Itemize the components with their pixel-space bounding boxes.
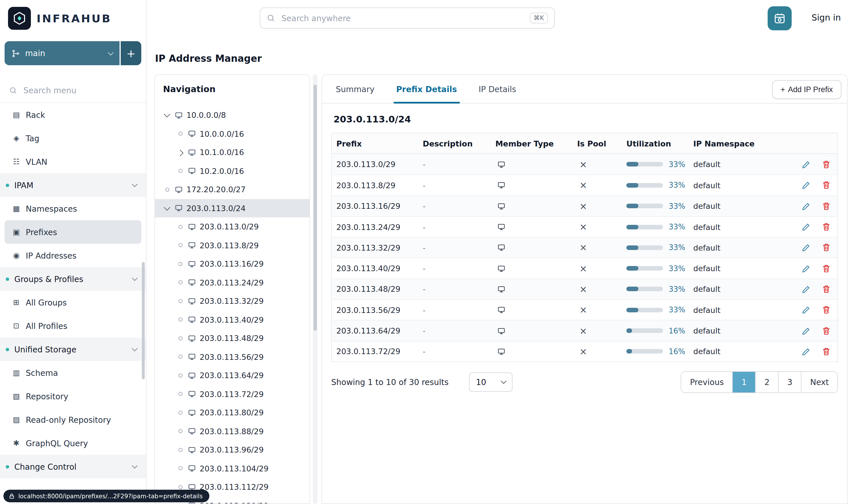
edit-icon[interactable] — [802, 326, 811, 335]
sidebar-item-graphql-query[interactable]: ✱ GraphQL Query — [4, 431, 141, 455]
tree-item-10-2-0-0-16[interactable]: 10.2.0.0/16 — [155, 162, 309, 180]
global-search-input[interactable] — [280, 13, 525, 23]
sidebar-section-ipam[interactable]: IPAM — [0, 173, 146, 197]
tree-item-203-0-113-24-29[interactable]: 203.0.113.24/29 — [155, 273, 309, 292]
delete-icon[interactable] — [822, 202, 831, 210]
add-ip-prefix-button[interactable]: + Add IP Prefix — [772, 80, 842, 99]
sidebar-item-schema[interactable]: ▥ Schema — [4, 361, 141, 384]
sidebar-item-repository[interactable]: ▧ Repository — [4, 384, 141, 408]
tree-item-203-0-113-8-29[interactable]: 203.0.113.8/29 — [155, 236, 309, 255]
sidebar-item-rack[interactable]: ▤ Rack — [4, 103, 141, 126]
sign-in-link[interactable]: Sign in — [812, 13, 841, 23]
edit-icon[interactable] — [802, 305, 811, 314]
leaf-bullet[interactable] — [176, 167, 184, 175]
tree-item-203-0-113-72-29[interactable]: 203.0.113.72/29 — [155, 385, 309, 403]
logo[interactable]: INFRAHUB — [0, 0, 146, 37]
schedule-button[interactable] — [767, 6, 792, 30]
tree-item-203-0-113-0-24[interactable]: 203.0.113.0/24 — [155, 199, 309, 217]
leaf-bullet[interactable] — [176, 372, 184, 380]
cell-prefix[interactable]: 203.0.113.32/29 — [336, 243, 423, 252]
delete-icon[interactable] — [822, 222, 831, 231]
cell-prefix[interactable]: 203.0.113.40/29 — [336, 264, 423, 273]
sidebar-scrollbar[interactable] — [142, 262, 145, 379]
tree-item-203-0-113-56-29[interactable]: 203.0.113.56/29 — [155, 347, 309, 366]
global-search[interactable]: ⌘K — [260, 7, 555, 29]
tree-item-203-0-113-96-29[interactable]: 203.0.113.96/29 — [155, 440, 309, 459]
leaf-bullet[interactable] — [176, 130, 184, 138]
tree-item-203-0-113-80-29[interactable]: 203.0.113.80/29 — [155, 403, 309, 422]
cell-prefix[interactable]: 203.0.113.8/29 — [336, 181, 423, 190]
delete-icon[interactable] — [822, 326, 831, 335]
edit-icon[interactable] — [802, 181, 811, 190]
next-button[interactable]: Next — [801, 372, 837, 393]
delete-icon[interactable] — [822, 181, 831, 190]
leaf-bullet[interactable] — [176, 297, 184, 305]
delete-icon[interactable] — [822, 347, 831, 356]
sidebar-section-change-control[interactable]: Change Control — [0, 455, 146, 478]
leaf-bullet[interactable] — [176, 223, 184, 231]
sidebar-item-vlan[interactable]: ☷ VLAN — [4, 150, 141, 173]
delete-icon[interactable] — [822, 305, 831, 314]
leaf-bullet[interactable] — [176, 427, 184, 435]
edit-icon[interactable] — [802, 160, 811, 168]
tree-item-10-0-0-0-16[interactable]: 10.0.0.0/16 — [155, 124, 309, 143]
sidebar-search[interactable] — [0, 78, 146, 103]
page-size-select[interactable]: 10 — [469, 373, 512, 392]
tab-ip-details[interactable]: IP Details — [479, 75, 516, 103]
tree-item-10-1-0-0-16[interactable]: 10.1.0.0/16 — [155, 143, 309, 162]
sidebar-item-namespaces[interactable]: ▦ Namespaces — [4, 197, 141, 220]
leaf-bullet[interactable] — [176, 241, 184, 249]
leaf-bullet[interactable] — [176, 446, 184, 454]
sidebar-item-prefixes[interactable]: ▣ Prefixes — [4, 220, 141, 244]
tree-item-203-0-113-40-29[interactable]: 203.0.113.40/29 — [155, 310, 309, 329]
tree-item-10-0-0-0-8[interactable]: 10.0.0.0/8 — [155, 106, 309, 124]
delete-icon[interactable] — [822, 160, 831, 168]
tree-item-203-0-113-64-29[interactable]: 203.0.113.64/29 — [155, 366, 309, 385]
cell-prefix[interactable]: 203.0.113.16/29 — [336, 201, 423, 211]
previous-button[interactable]: Previous — [681, 372, 732, 393]
delete-icon[interactable] — [822, 244, 831, 252]
page-button-3[interactable]: 3 — [778, 372, 801, 393]
tree-item-172-20-20-0-27[interactable]: 172.20.20.0/27 — [155, 180, 309, 199]
sidebar-item-read-only-repository[interactable]: ▨ Read-only Repository — [4, 408, 141, 431]
chevron-right-icon[interactable] — [176, 148, 184, 157]
navigation-scrollbar[interactable] — [313, 74, 318, 504]
tree-item-203-0-113-48-29[interactable]: 203.0.113.48/29 — [155, 329, 309, 347]
leaf-bullet[interactable] — [176, 278, 184, 287]
tree-item-203-0-113-88-29[interactable]: 203.0.113.88/29 — [155, 422, 309, 440]
chevron-down-icon[interactable] — [163, 204, 171, 212]
tab-prefix-details[interactable]: Prefix Details — [396, 75, 457, 103]
sidebar-search-input[interactable] — [22, 85, 120, 95]
sidebar-item-tag[interactable]: ◈ Tag — [4, 126, 141, 150]
branch-selector[interactable]: main — [4, 41, 120, 65]
tree-item-203-0-113-16-29[interactable]: 203.0.113.16/29 — [155, 255, 309, 273]
edit-icon[interactable] — [802, 222, 811, 231]
leaf-bullet[interactable] — [176, 409, 184, 417]
edit-icon[interactable] — [802, 264, 811, 273]
leaf-bullet[interactable] — [176, 390, 184, 398]
page-button-2[interactable]: 2 — [755, 372, 778, 393]
sidebar-item-all-profiles[interactable]: ⊡ All Profiles — [4, 314, 141, 338]
delete-icon[interactable] — [822, 285, 831, 293]
leaf-bullet[interactable] — [176, 353, 184, 361]
leaf-bullet[interactable] — [176, 465, 184, 472]
cell-prefix[interactable]: 203.0.113.24/29 — [336, 222, 423, 231]
sidebar-section-groups-profiles[interactable]: Groups & Profiles — [0, 267, 146, 291]
delete-icon[interactable] — [822, 264, 831, 273]
tree-item-203-0-113-0-29[interactable]: 203.0.113.0/29 — [155, 217, 309, 236]
leaf-bullet[interactable] — [176, 335, 184, 342]
tab-summary[interactable]: Summary — [336, 75, 374, 103]
cell-prefix[interactable]: 203.0.113.0/29 — [336, 160, 423, 169]
sidebar-item-ip-addresses[interactable]: ◉ IP Addresses — [4, 244, 141, 267]
leaf-bullet[interactable] — [176, 316, 184, 324]
cell-prefix[interactable]: 203.0.113.64/29 — [336, 326, 423, 335]
add-branch-button[interactable]: + — [121, 41, 141, 65]
tree-item-203-0-113-32-29[interactable]: 203.0.113.32/29 — [155, 292, 309, 310]
edit-icon[interactable] — [802, 202, 811, 210]
sidebar-section-unified-storage[interactable]: Unified Storage — [0, 338, 146, 361]
tree-item-203-0-113-104-29[interactable]: 203.0.113.104/29 — [155, 459, 309, 478]
cell-prefix[interactable]: 203.0.113.48/29 — [336, 285, 423, 294]
scrollbar-thumb[interactable] — [313, 85, 317, 331]
sidebar-item-all-groups[interactable]: ⊞ All Groups — [4, 291, 141, 314]
edit-icon[interactable] — [802, 285, 811, 293]
